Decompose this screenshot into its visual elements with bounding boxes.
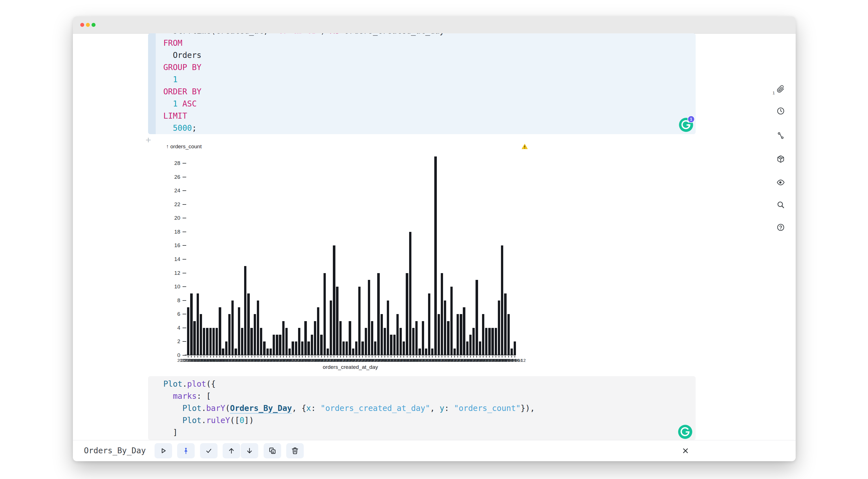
x-tick-mark — [378, 356, 379, 357]
bar — [304, 321, 307, 355]
x-tick-label: 2022-07-22 — [339, 358, 361, 363]
add-cell-button[interactable]: + — [144, 136, 153, 144]
x-tick-mark — [315, 356, 315, 357]
x-tick-label: 2022-07-17 — [323, 358, 345, 363]
x-tick-label: 2022-08-06 — [387, 358, 409, 363]
x-tick-label: 2022-09-03 — [475, 358, 497, 363]
move-down-button[interactable] — [241, 443, 258, 458]
minimize-window-button[interactable] — [86, 23, 90, 27]
bar — [504, 293, 506, 355]
warning-triangle-icon[interactable] — [522, 143, 528, 150]
bar — [298, 328, 300, 355]
close-window-button[interactable] — [80, 23, 84, 27]
bar — [431, 349, 433, 355]
x-tick-label: 2022-06-24 — [250, 358, 272, 363]
bar — [200, 314, 202, 355]
x-tick-mark — [461, 356, 461, 357]
x-tick-mark — [223, 356, 223, 357]
x-tick-mark — [458, 356, 458, 357]
x-tick-label: 2022-08-07 — [390, 358, 412, 363]
bar — [288, 349, 291, 355]
bar — [400, 328, 402, 355]
x-tick-label: 2022-08-14 — [412, 358, 434, 363]
x-tick-mark — [229, 356, 230, 357]
x-tick-label: 2022-08-28 — [456, 358, 478, 363]
x-tick-label: 2022-08-26 — [450, 358, 472, 363]
bar — [311, 335, 313, 355]
x-tick-mark — [337, 356, 338, 357]
modules-button[interactable] — [776, 154, 785, 164]
code-line: ] — [163, 426, 535, 439]
x-tick-mark — [435, 356, 436, 357]
delete-cell-button[interactable] — [286, 443, 304, 458]
search-button[interactable] — [776, 200, 785, 210]
grammarly-widget[interactable]: 1 — [679, 118, 693, 132]
x-tick-mark — [508, 356, 509, 357]
bar — [250, 328, 253, 355]
bar — [317, 307, 319, 355]
x-tick-label: 2022-07-23 — [342, 358, 364, 363]
bar — [260, 328, 262, 355]
x-tick-mark — [493, 356, 493, 357]
bar — [209, 328, 212, 355]
bar — [472, 328, 475, 355]
y-tick-mark — [183, 218, 186, 218]
x-tick-mark — [391, 356, 391, 357]
grammarly-count-badge: 1 — [687, 116, 695, 123]
bar — [197, 293, 199, 355]
code-line: GROUP BY — [163, 61, 444, 73]
zoom-window-button[interactable] — [92, 23, 95, 27]
code-line: ORDER BY — [163, 86, 444, 98]
bar — [463, 307, 465, 355]
history-button[interactable] — [776, 106, 785, 116]
x-tick-mark — [305, 356, 306, 357]
x-axis-line — [185, 355, 516, 355]
pin-cell-button[interactable] — [177, 443, 195, 458]
x-tick-mark — [451, 356, 452, 357]
y-tick-label: 18 — [158, 229, 180, 235]
x-tick-label: 2022-08-13 — [409, 358, 431, 363]
y-tick-mark — [183, 245, 186, 246]
bar — [434, 156, 437, 355]
bar — [216, 328, 218, 355]
sql-code-cell[interactable]: strftime(created_at, '%Y-%m-%d') AS orde… — [148, 33, 695, 134]
x-tick-label: 2022-06-01 — [178, 358, 199, 363]
attachments-button[interactable] — [776, 84, 785, 94]
bar — [381, 314, 383, 355]
x-tick-mark — [394, 356, 395, 357]
x-tick-mark — [213, 356, 214, 357]
confirm-button[interactable] — [200, 443, 218, 458]
x-tick-mark — [486, 356, 487, 357]
x-tick-mark — [318, 356, 318, 357]
bar — [213, 328, 215, 355]
bar — [425, 349, 427, 355]
arrow-down-icon — [246, 447, 253, 454]
close-toolbar-button[interactable] — [680, 445, 691, 456]
x-tick-mark — [226, 356, 227, 357]
bar — [228, 314, 230, 355]
bar — [368, 280, 370, 355]
x-tick-label: 2022-06-05 — [190, 358, 212, 363]
y-tick-mark — [183, 204, 186, 205]
move-up-button[interactable] — [223, 443, 240, 458]
bar — [454, 349, 456, 355]
code-line: 1 ASC — [163, 98, 444, 110]
presentation-button[interactable] — [776, 178, 785, 187]
x-tick-mark — [204, 356, 204, 357]
bar — [270, 349, 272, 355]
duplicate-cell-button[interactable] — [264, 443, 281, 458]
x-tick-label: 2022-06-08 — [199, 358, 221, 363]
x-tick-label: 2022-06-22 — [244, 358, 266, 363]
dependencies-button[interactable] — [776, 131, 785, 140]
x-tick-label: 2022-06-14 — [219, 358, 241, 363]
cell-name[interactable]: Orders_By_Day — [84, 440, 146, 461]
run-cell-button[interactable] — [155, 443, 172, 458]
help-button[interactable] — [776, 223, 785, 232]
x-tick-label: 2022-06-28 — [263, 358, 285, 363]
grammarly-widget[interactable] — [678, 425, 692, 439]
x-tick-label: 2022-07-28 — [358, 358, 380, 363]
eye-icon — [777, 179, 785, 186]
x-tick-label: 2022-07-27 — [355, 358, 377, 363]
js-code-cell[interactable]: Plot.plot({ marks: [ Plot.barY(Orders_By… — [148, 376, 695, 440]
x-tick-mark — [489, 356, 490, 357]
